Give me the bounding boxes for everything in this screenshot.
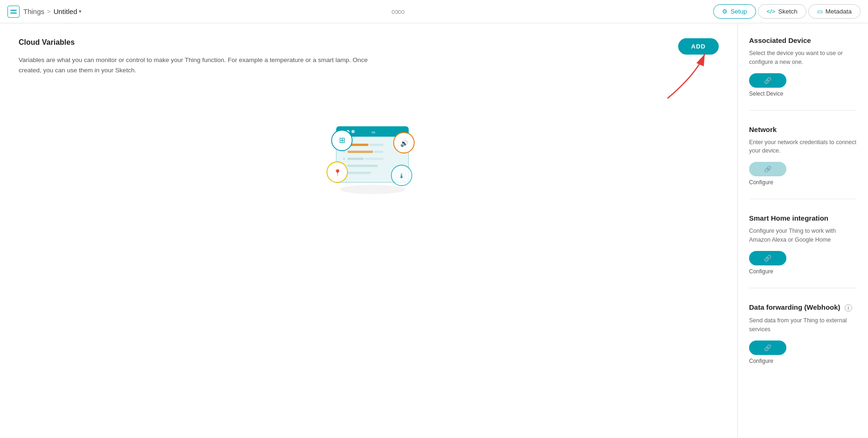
sidebar-toggle-line — [10, 13, 17, 14]
illustration-area: ∞ › › › › › ⊞ 🔊 — [19, 103, 719, 196]
select-device-button[interactable]: 🔗 — [749, 73, 786, 88]
network-desc: Enter your network credentials to connec… — [749, 138, 857, 156]
data-forwarding-section: Data forwarding (Webhook) i Send data fr… — [749, 303, 857, 377]
topbar-left: Things > Untitled ▾ — [7, 6, 82, 18]
link-icon-data-forwarding: 🔗 — [764, 344, 771, 351]
tab-sketch[interactable]: </> Sketch — [758, 4, 806, 19]
smart-home-configure-button[interactable]: 🔗 — [749, 251, 786, 265]
select-device-label: Select Device — [749, 90, 857, 97]
data-forwarding-desc: Send data from your Thing to external se… — [749, 316, 857, 334]
smart-home-desc: Configure your Thing to work with Amazon… — [749, 227, 857, 244]
cloud-variables-title: Cloud Variables — [19, 38, 719, 47]
right-sidebar: Associated Device Select the device you … — [737, 23, 868, 438]
svg-text:📍: 📍 — [333, 169, 341, 177]
data-forwarding-button-wrap: 🔗 Configure — [749, 341, 857, 364]
svg-rect-20 — [347, 172, 371, 174]
main-layout: Cloud Variables ADD Variables are what y… — [0, 23, 868, 438]
svg-rect-13 — [374, 151, 383, 153]
network-configure-button[interactable]: 🔗 — [749, 162, 786, 176]
svg-text:🌡: 🌡 — [398, 172, 405, 180]
network-title: Network — [749, 125, 857, 133]
data-forwarding-configure-label: Configure — [749, 358, 857, 364]
tab-metadata[interactable]: ▭ Metadata — [808, 4, 861, 19]
associated-device-button-wrap: 🔗 Select Device — [749, 73, 857, 97]
svg-rect-10 — [369, 144, 383, 146]
svg-text:›: › — [343, 156, 345, 161]
network-configure-label: Configure — [749, 179, 857, 186]
associated-device-desc: Select the device you want to use or con… — [749, 49, 857, 67]
breadcrumb-separator: > — [47, 8, 51, 15]
topbar-tabs: ⚙ Setup </> Sketch ▭ Metadata — [713, 4, 861, 19]
tab-setup[interactable]: ⚙ Setup — [713, 4, 756, 19]
breadcrumb-things-link[interactable]: Things — [23, 7, 44, 15]
svg-rect-16 — [365, 158, 383, 160]
associated-device-title: Associated Device — [749, 36, 857, 44]
breadcrumb-current-page[interactable]: Untitled ▾ — [54, 7, 82, 15]
smart-home-configure-label: Configure — [749, 268, 857, 275]
sidebar-toggle-line — [10, 10, 17, 11]
infinity-icon: ∞∞ — [391, 6, 404, 18]
breadcrumb-chevron-icon: ▾ — [79, 8, 82, 14]
smart-home-button-wrap: 🔗 Configure — [749, 251, 857, 275]
svg-text:🔊: 🔊 — [400, 139, 408, 147]
link-icon-network: 🔗 — [764, 166, 771, 173]
arrow-illustration — [639, 47, 714, 103]
data-forwarding-configure-button[interactable]: 🔗 — [749, 341, 786, 355]
breadcrumb: Things > Untitled ▾ — [23, 7, 82, 15]
info-icon[interactable]: i — [845, 304, 852, 312]
link-icon-smart-home: 🔗 — [764, 255, 771, 262]
svg-rect-15 — [347, 158, 364, 160]
data-forwarding-title: Data forwarding (Webhook) i — [749, 303, 857, 312]
smart-home-section: Smart Home integration Configure your Th… — [749, 214, 857, 288]
sketch-code-icon: </> — [767, 8, 776, 15]
topbar: Things > Untitled ▾ ∞∞ ⚙ Setup </> Sketc… — [0, 0, 868, 23]
cloud-variables-illustration: ∞ › › › › › ⊞ 🔊 — [304, 103, 434, 196]
network-button-wrap: 🔗 Configure — [749, 162, 857, 186]
topbar-center: ∞∞ — [391, 6, 404, 18]
smart-home-title: Smart Home integration — [749, 214, 857, 222]
svg-rect-12 — [347, 151, 373, 153]
svg-point-29 — [340, 185, 405, 194]
associated-device-section: Associated Device Select the device you … — [749, 36, 857, 111]
svg-text:⊞: ⊞ — [339, 136, 345, 144]
svg-rect-18 — [347, 165, 378, 167]
content-area: Cloud Variables ADD Variables are what y… — [0, 23, 737, 438]
link-icon: 🔗 — [764, 77, 771, 84]
sidebar-toggle-button[interactable] — [7, 6, 20, 18]
cloud-variables-description: Variables are what you can monitor or co… — [19, 55, 368, 75]
network-section: Network Enter your network credentials t… — [749, 125, 857, 200]
metadata-icon: ▭ — [817, 8, 823, 15]
svg-point-6 — [351, 130, 354, 133]
setup-gear-icon: ⚙ — [722, 8, 728, 15]
svg-text:∞: ∞ — [372, 129, 375, 135]
